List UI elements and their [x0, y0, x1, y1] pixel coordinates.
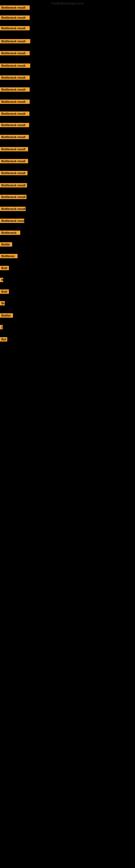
bottleneck-badge-10: Bottleneck result [0, 112, 30, 116]
bottleneck-badge-2: Bottleneck result [0, 16, 30, 20]
site-title: TheBottlenecker.com [51, 1, 84, 5]
bottleneck-badge-13: Bottleneck result [0, 147, 28, 151]
bottleneck-badge-8: Bottleneck result [0, 87, 30, 92]
bottleneck-badge-14: Bottleneck result [0, 159, 28, 163]
bottleneck-badge-21: Bottle [0, 242, 12, 247]
bottleneck-badge-9: Bottleneck result [0, 99, 30, 104]
bottleneck-badge-23: Bott [0, 266, 9, 270]
bottleneck-badge-11: Bottleneck result [0, 123, 29, 127]
bottleneck-badge-29: Bot [0, 337, 7, 341]
bottleneck-badge-3: Bottleneck result [0, 26, 30, 30]
bottleneck-badge-4: Bottleneck result [0, 39, 30, 43]
bottleneck-badge-27: Bottler [0, 313, 13, 318]
bottleneck-badge-19: Bottleneck result [0, 219, 24, 223]
bottleneck-badge-1: Bottleneck result [0, 5, 30, 10]
bottleneck-badge-12: Bottleneck result [0, 135, 29, 139]
bottleneck-badge-20: Bottleneck [0, 230, 20, 235]
bottleneck-badge-5: Bottleneck result [0, 51, 30, 55]
bottleneck-badge-25: Bott [0, 289, 9, 294]
bottleneck-badge-6: Bottleneck result [0, 63, 30, 68]
bottleneck-badge-26: Bo [0, 301, 5, 305]
bottleneck-badge-22: Bottlenec [0, 254, 17, 258]
bottleneck-badge-17: Bottleneck result [0, 195, 27, 199]
bottleneck-badge-18: Bottleneck result [0, 207, 26, 211]
bottleneck-badge-7: Bottleneck result [0, 75, 30, 80]
bottleneck-badge-24: B [0, 278, 3, 282]
bottleneck-badge-16: Bottleneck result [0, 183, 27, 187]
bottleneck-badge-28: | [0, 325, 3, 329]
bottleneck-badge-15: Bottleneck result [0, 171, 28, 175]
